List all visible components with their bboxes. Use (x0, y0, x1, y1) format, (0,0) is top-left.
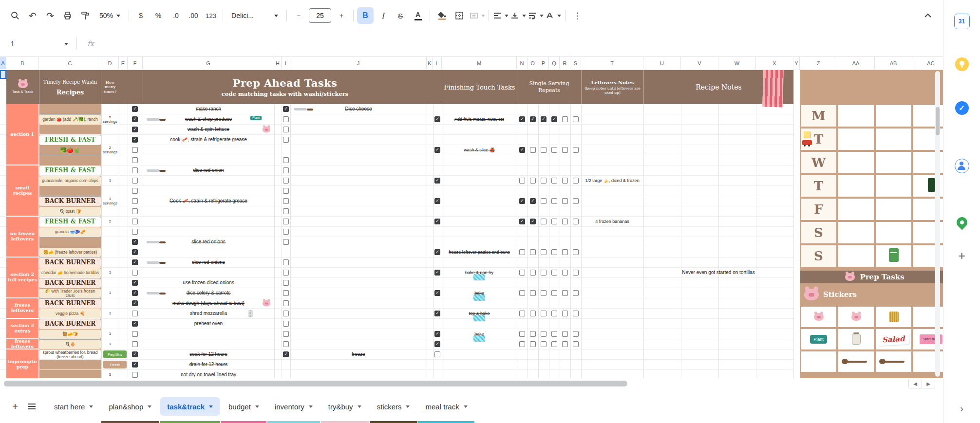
day-cell-W-2[interactable]: W (801, 152, 836, 173)
week-cell[interactable] (876, 222, 911, 243)
contacts-icon[interactable] (955, 159, 969, 173)
sheet-tab-stickers[interactable]: stickers (370, 397, 417, 416)
section-label[interactable]: impromptu prep (6, 349, 38, 378)
week-cell[interactable] (838, 222, 874, 243)
sticker-cell[interactable] (876, 307, 911, 327)
column-header-O[interactable]: O (528, 57, 538, 69)
week-cell[interactable] (838, 245, 874, 267)
column-header-E[interactable]: E (119, 57, 128, 69)
column-header-Q[interactable]: Q (549, 57, 560, 69)
column-header-R[interactable]: R (560, 57, 570, 69)
column-header-C[interactable]: C (39, 57, 101, 69)
tasks-icon[interactable]: ✓ (955, 101, 969, 115)
column-header-Y[interactable]: Y (793, 57, 800, 69)
section-label[interactable]: small recipes (6, 166, 38, 217)
day-cell-S-6[interactable]: S (801, 245, 836, 267)
sheet-tab-task-track[interactable]: task&track (160, 397, 220, 416)
column-header-J[interactable]: J (290, 57, 427, 69)
decrease-decimals-button[interactable]: .0 (168, 7, 184, 24)
column-header-U[interactable]: U (643, 57, 681, 69)
week-cell[interactable] (838, 175, 874, 197)
italic-button[interactable]: I (375, 7, 391, 24)
merge-cells-button[interactable] (469, 7, 485, 24)
sticker-cell[interactable] (838, 307, 874, 327)
section-label[interactable]: freeze leftovers (6, 339, 38, 349)
column-header-D[interactable]: D (101, 57, 119, 69)
column-header-AC[interactable]: AC (912, 57, 943, 69)
column-header-N[interactable]: N (517, 57, 528, 69)
fill-color-button[interactable] (433, 7, 450, 24)
section-label[interactable]: no frozen leftovers (6, 217, 38, 257)
add-sheet-button[interactable]: + (7, 398, 23, 415)
day-cell-F-4[interactable]: F (801, 199, 836, 220)
week-cell[interactable] (838, 152, 874, 173)
name-box[interactable]: 1 (3, 40, 74, 48)
week-cell[interactable] (838, 199, 874, 220)
font-select[interactable]: Delici... (226, 7, 283, 24)
redo-button[interactable]: ↷ (42, 7, 58, 24)
horizontal-scrollbar[interactable]: ◀ ▶ (0, 378, 943, 389)
week-cell[interactable] (876, 199, 911, 220)
zoom-select[interactable]: 50% (94, 7, 125, 24)
column-header-I[interactable]: I (282, 57, 290, 69)
sticker-cell[interactable] (801, 351, 836, 372)
sheet-tab-budget[interactable]: budget (221, 397, 266, 416)
text-wrap-button[interactable] (528, 7, 544, 24)
column-header-S[interactable]: S (570, 57, 581, 69)
column-header-W[interactable]: W (718, 57, 756, 69)
column-header-K[interactable]: K (427, 57, 433, 69)
column-header-V[interactable]: V (681, 57, 718, 69)
sheet-tab-try-buy[interactable]: try&buy (321, 397, 369, 416)
week-cell[interactable] (876, 175, 911, 197)
week-cell[interactable] (838, 105, 874, 127)
more-formats-button[interactable]: 123 (203, 7, 219, 24)
column-header-G[interactable]: G (143, 57, 274, 69)
show-side-panel-icon[interactable]: › (960, 403, 963, 414)
strikethrough-button[interactable]: S (392, 7, 409, 24)
day-cell-M-0[interactable]: M (801, 105, 836, 127)
column-header-P[interactable]: P (538, 57, 549, 69)
sticker-cell[interactable]: Salad (876, 329, 911, 349)
paint-format-button[interactable] (77, 7, 94, 24)
column-header-M[interactable]: M (442, 57, 517, 69)
percent-format-button[interactable]: % (150, 7, 167, 24)
scroll-left-icon[interactable]: ◀ (909, 379, 922, 388)
all-sheets-icon[interactable] (23, 398, 40, 415)
more-options-icon[interactable]: ⋮ (569, 7, 585, 24)
column-header-X[interactable]: X (756, 57, 793, 69)
decrease-font-size-button[interactable]: − (290, 7, 307, 24)
column-header-Z[interactable]: Z (800, 57, 837, 69)
column-header-H[interactable]: H (274, 57, 282, 69)
column-header-F[interactable]: F (128, 57, 143, 69)
font-size-input[interactable]: 25 (309, 8, 331, 23)
increase-decimals-button[interactable]: .00 (185, 7, 202, 24)
sticker-cell[interactable] (876, 351, 911, 372)
day-cell-T-3[interactable]: T (801, 175, 836, 197)
section-label[interactable]: section 2 extras (6, 319, 38, 339)
column-header-AB[interactable]: AB (875, 57, 912, 69)
section-label[interactable]: section 2 full recipes (6, 257, 38, 298)
week-cell[interactable] (876, 105, 911, 127)
sheet-tab-inventory[interactable]: inventory (267, 397, 320, 416)
day-cell-S-5[interactable]: S (801, 222, 836, 243)
text-rotation-button[interactable] (545, 7, 562, 24)
maps-icon[interactable] (954, 215, 969, 230)
column-header-A[interactable]: A (0, 57, 6, 69)
week-cell[interactable] (838, 129, 874, 150)
sheet-tab-meal-track[interactable]: meal track (418, 397, 474, 416)
week-cell[interactable] (876, 129, 911, 150)
horizontal-scrollbar-thumb[interactable] (4, 381, 627, 386)
vertical-align-button[interactable] (510, 7, 527, 24)
section-label[interactable]: section 1 (6, 104, 38, 166)
vertical-scrollbar-thumb[interactable] (936, 107, 940, 135)
bold-button[interactable]: B (357, 7, 374, 24)
sheet-tab-start-here[interactable]: start here (47, 397, 100, 416)
currency-format-button[interactable]: $ (132, 7, 149, 24)
week-cell[interactable] (876, 152, 911, 173)
column-header-T[interactable]: T (581, 57, 643, 69)
print-button[interactable] (59, 7, 76, 24)
search-icon[interactable] (7, 7, 23, 24)
sheet-tab-plan-shop[interactable]: plan&shop (101, 397, 159, 416)
column-header-AA[interactable]: AA (837, 57, 875, 69)
undo-button[interactable]: ↶ (24, 7, 41, 24)
